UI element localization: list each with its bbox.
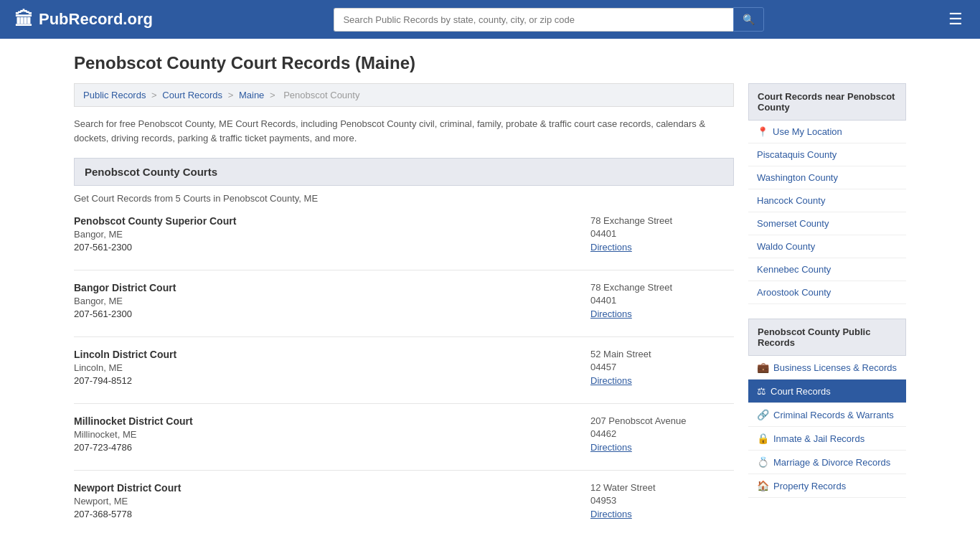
use-location-label: Use My Location	[773, 126, 842, 137]
menu-button[interactable]: ☰	[946, 7, 966, 32]
nearby-county-item[interactable]: Somerset County	[748, 212, 906, 235]
breadcrumb-sep-3: >	[270, 90, 278, 100]
court-street: 12 Water Street	[590, 482, 734, 493]
search-bar: 🔍	[334, 7, 764, 32]
content-main: Public Records > Court Records > Maine >…	[74, 83, 734, 537]
nearby-county-item[interactable]: Piscataquis County	[748, 143, 906, 166]
record-type-label: Inmate & Jail Records	[773, 433, 864, 444]
court-name: Lincoln District Court	[74, 349, 176, 360]
court-entry-left: Millinocket District Court Millinocket, …	[74, 415, 193, 453]
court-entry-left: Bangor District Court Bangor, ME 207-561…	[74, 282, 176, 319]
court-entry-left: Newport District Court Newport, ME 207-3…	[74, 482, 181, 519]
use-location-item[interactable]: 📍 Use My Location	[748, 121, 906, 143]
court-entry-right: 52 Main Street 04457 Directions	[590, 349, 734, 386]
nearby-county-item[interactable]: Kennebec County	[748, 258, 906, 281]
court-divider	[74, 403, 734, 404]
sidebar: Court Records near Penobscot County 📍 Us…	[748, 83, 906, 537]
directions-link[interactable]: Directions	[590, 509, 632, 519]
location-icon: 📍	[757, 126, 768, 137]
directions-link[interactable]: Directions	[590, 375, 632, 386]
public-records-item[interactable]: 💼 Business Licenses & Records	[748, 356, 906, 380]
public-records-header: Penobscot County Public Records	[748, 319, 906, 356]
court-zip: 04953	[590, 495, 734, 506]
site-name: PubRecord.org	[39, 10, 153, 29]
main-container: Penobscot County Court Records (Maine) P…	[60, 39, 920, 551]
public-records-item[interactable]: 🔗 Criminal Records & Warrants	[748, 403, 906, 427]
public-records-item[interactable]: 🏠 Property Records	[748, 474, 906, 498]
court-directions[interactable]: Directions	[590, 241, 734, 253]
record-type-icon: 🔒	[757, 433, 769, 444]
court-directions[interactable]: Directions	[590, 375, 734, 386]
courts-section-subtext: Get Court Records from 5 Courts in Penob…	[74, 193, 734, 204]
breadcrumb-link-public-records[interactable]: Public Records	[83, 90, 146, 100]
court-divider	[74, 470, 734, 471]
court-entry-left: Lincoln District Court Lincoln, ME 207-7…	[74, 349, 176, 386]
court-entry: Bangor District Court Bangor, ME 207-561…	[74, 282, 734, 319]
site-logo[interactable]: 🏛 PubRecord.org	[14, 9, 153, 31]
court-zip: 04462	[590, 428, 734, 439]
court-directions[interactable]: Directions	[590, 441, 734, 453]
court-directions[interactable]: Directions	[590, 508, 734, 519]
breadcrumb-sep-1: >	[151, 90, 159, 100]
court-name: Newport District Court	[74, 482, 181, 494]
court-name: Millinocket District Court	[74, 415, 193, 427]
nearby-county-item[interactable]: Hancock County	[748, 189, 906, 212]
breadcrumb-link-court-records[interactable]: Court Records	[162, 90, 222, 100]
court-entry: Millinocket District Court Millinocket, …	[74, 415, 734, 453]
directions-link[interactable]: Directions	[590, 309, 632, 319]
public-records-item[interactable]: 💍 Marriage & Divorce Records	[748, 451, 906, 474]
court-phone: 207-561-2300	[74, 242, 236, 253]
court-entry-right: 12 Water Street 04953 Directions	[590, 482, 734, 519]
page-title: Penobscot County Court Records (Maine)	[74, 53, 906, 73]
court-entry-right: 78 Exchange Street 04401 Directions	[590, 215, 734, 253]
nearby-counties-list: Piscataquis CountyWashington CountyHanco…	[748, 143, 906, 304]
court-divider	[74, 270, 734, 270]
record-type-label: Criminal Records & Warrants	[773, 410, 894, 420]
court-phone: 207-794-8512	[74, 375, 176, 386]
nearby-county-item[interactable]: Washington County	[748, 166, 906, 189]
record-type-label: Marriage & Divorce Records	[773, 457, 890, 468]
court-name: Penobscot County Superior Court	[74, 215, 236, 227]
public-records-item[interactable]: 🔒 Inmate & Jail Records	[748, 427, 906, 451]
breadcrumb-link-maine[interactable]: Maine	[239, 90, 264, 100]
court-entry-right: 78 Exchange Street 04401 Directions	[590, 282, 734, 319]
search-button[interactable]: 🔍	[733, 7, 764, 32]
directions-link[interactable]: Directions	[590, 442, 632, 453]
court-entry: Newport District Court Newport, ME 207-3…	[74, 482, 734, 519]
court-city: Bangor, ME	[74, 296, 176, 306]
record-type-icon: 🏠	[757, 480, 769, 491]
nearby-header: Court Records near Penobscot County	[748, 83, 906, 121]
nearby-county-item[interactable]: Aroostook County	[748, 281, 906, 304]
public-records-list: 💼 Business Licenses & Records ⚖ Court Re…	[748, 356, 906, 498]
record-type-icon: ⚖	[757, 385, 766, 397]
court-zip: 04457	[590, 362, 734, 372]
record-type-icon: 💍	[757, 456, 769, 468]
court-street: 78 Exchange Street	[590, 282, 734, 293]
court-street: 78 Exchange Street	[590, 215, 734, 226]
court-city: Newport, ME	[74, 496, 181, 507]
public-records-item[interactable]: ⚖ Court Records	[748, 380, 906, 403]
court-zip: 04401	[590, 295, 734, 306]
court-divider	[74, 336, 734, 337]
record-type-icon: 🔗	[757, 409, 769, 420]
court-street: 207 Penobscot Avenue	[590, 415, 734, 426]
court-city: Millinocket, ME	[74, 429, 193, 440]
court-directions[interactable]: Directions	[590, 308, 734, 319]
court-phone: 207-561-2300	[74, 309, 176, 319]
court-entry-right: 207 Penobscot Avenue 04462 Directions	[590, 415, 734, 453]
breadcrumb-sep-2: >	[228, 90, 236, 100]
header: 🏛 PubRecord.org 🔍 ☰	[0, 0, 980, 39]
record-type-label: Court Records	[771, 386, 831, 397]
court-street: 52 Main Street	[590, 349, 734, 359]
nearby-county-item[interactable]: Waldo County	[748, 235, 906, 258]
directions-link[interactable]: Directions	[590, 242, 632, 253]
search-input[interactable]	[334, 8, 733, 32]
record-type-label: Business Licenses & Records	[773, 362, 897, 373]
breadcrumb: Public Records > Court Records > Maine >…	[74, 83, 734, 107]
breadcrumb-current: Penobscot County	[283, 90, 359, 100]
court-city: Lincoln, ME	[74, 362, 176, 373]
content-layout: Public Records > Court Records > Maine >…	[74, 83, 906, 537]
court-phone: 207-723-4786	[74, 442, 193, 453]
record-type-icon: 💼	[757, 362, 769, 373]
court-name: Bangor District Court	[74, 282, 176, 293]
